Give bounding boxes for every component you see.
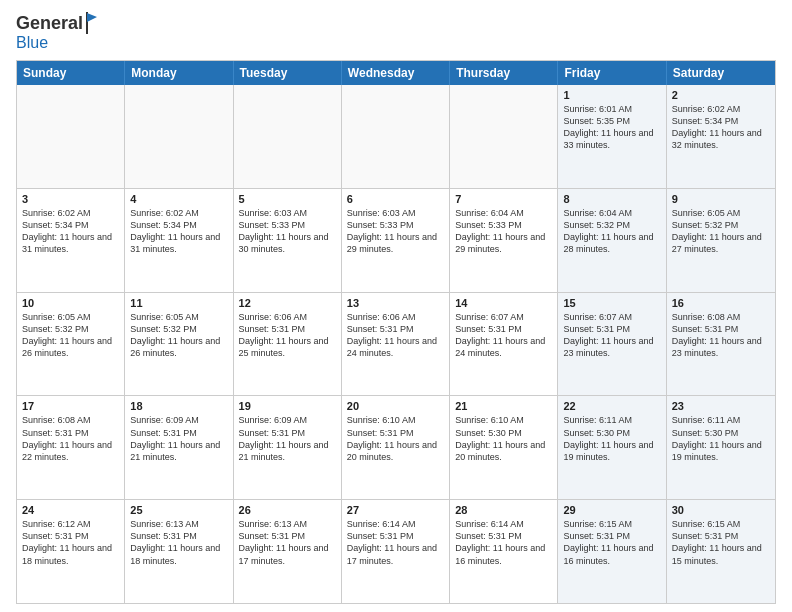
day-info: Sunrise: 6:07 AM Sunset: 5:31 PM Dayligh…	[563, 311, 660, 360]
day-info: Sunrise: 6:12 AM Sunset: 5:31 PM Dayligh…	[22, 518, 119, 567]
empty-cell-0-0	[17, 85, 125, 188]
day-info: Sunrise: 6:11 AM Sunset: 5:30 PM Dayligh…	[563, 414, 660, 463]
day-cell-3: 3Sunrise: 6:02 AM Sunset: 5:34 PM Daylig…	[17, 189, 125, 292]
day-cell-28: 28Sunrise: 6:14 AM Sunset: 5:31 PM Dayli…	[450, 500, 558, 603]
day-number: 10	[22, 297, 119, 309]
day-cell-2: 2Sunrise: 6:02 AM Sunset: 5:34 PM Daylig…	[667, 85, 775, 188]
day-cell-29: 29Sunrise: 6:15 AM Sunset: 5:31 PM Dayli…	[558, 500, 666, 603]
day-info: Sunrise: 6:06 AM Sunset: 5:31 PM Dayligh…	[347, 311, 444, 360]
day-cell-23: 23Sunrise: 6:11 AM Sunset: 5:30 PM Dayli…	[667, 396, 775, 499]
day-info: Sunrise: 6:06 AM Sunset: 5:31 PM Dayligh…	[239, 311, 336, 360]
logo-general: General	[16, 14, 83, 32]
header-day-monday: Monday	[125, 61, 233, 85]
calendar-page: General Blue SundayMondayTuesdayWednesda…	[0, 0, 792, 612]
day-cell-18: 18Sunrise: 6:09 AM Sunset: 5:31 PM Dayli…	[125, 396, 233, 499]
day-cell-7: 7Sunrise: 6:04 AM Sunset: 5:33 PM Daylig…	[450, 189, 558, 292]
calendar-row-4: 17Sunrise: 6:08 AM Sunset: 5:31 PM Dayli…	[17, 395, 775, 499]
day-info: Sunrise: 6:04 AM Sunset: 5:32 PM Dayligh…	[563, 207, 660, 256]
day-number: 3	[22, 193, 119, 205]
day-cell-1: 1Sunrise: 6:01 AM Sunset: 5:35 PM Daylig…	[558, 85, 666, 188]
day-cell-10: 10Sunrise: 6:05 AM Sunset: 5:32 PM Dayli…	[17, 293, 125, 396]
day-number: 9	[672, 193, 770, 205]
day-cell-16: 16Sunrise: 6:08 AM Sunset: 5:31 PM Dayli…	[667, 293, 775, 396]
day-info: Sunrise: 6:09 AM Sunset: 5:31 PM Dayligh…	[130, 414, 227, 463]
day-number: 21	[455, 400, 552, 412]
day-number: 1	[563, 89, 660, 101]
empty-cell-0-2	[234, 85, 342, 188]
day-cell-26: 26Sunrise: 6:13 AM Sunset: 5:31 PM Dayli…	[234, 500, 342, 603]
page-header: General Blue	[16, 12, 776, 52]
day-number: 8	[563, 193, 660, 205]
day-cell-20: 20Sunrise: 6:10 AM Sunset: 5:31 PM Dayli…	[342, 396, 450, 499]
day-cell-9: 9Sunrise: 6:05 AM Sunset: 5:32 PM Daylig…	[667, 189, 775, 292]
day-info: Sunrise: 6:05 AM Sunset: 5:32 PM Dayligh…	[22, 311, 119, 360]
logo: General Blue	[16, 12, 99, 52]
empty-cell-0-3	[342, 85, 450, 188]
day-number: 16	[672, 297, 770, 309]
day-info: Sunrise: 6:02 AM Sunset: 5:34 PM Dayligh…	[22, 207, 119, 256]
day-info: Sunrise: 6:14 AM Sunset: 5:31 PM Dayligh…	[455, 518, 552, 567]
day-info: Sunrise: 6:04 AM Sunset: 5:33 PM Dayligh…	[455, 207, 552, 256]
day-number: 20	[347, 400, 444, 412]
day-info: Sunrise: 6:08 AM Sunset: 5:31 PM Dayligh…	[672, 311, 770, 360]
day-info: Sunrise: 6:02 AM Sunset: 5:34 PM Dayligh…	[130, 207, 227, 256]
day-cell-5: 5Sunrise: 6:03 AM Sunset: 5:33 PM Daylig…	[234, 189, 342, 292]
day-number: 26	[239, 504, 336, 516]
header-day-saturday: Saturday	[667, 61, 775, 85]
day-number: 6	[347, 193, 444, 205]
logo-flag-icon	[85, 12, 99, 34]
day-number: 29	[563, 504, 660, 516]
day-number: 5	[239, 193, 336, 205]
day-info: Sunrise: 6:15 AM Sunset: 5:31 PM Dayligh…	[672, 518, 770, 567]
day-info: Sunrise: 6:14 AM Sunset: 5:31 PM Dayligh…	[347, 518, 444, 567]
header-day-tuesday: Tuesday	[234, 61, 342, 85]
day-number: 22	[563, 400, 660, 412]
day-info: Sunrise: 6:08 AM Sunset: 5:31 PM Dayligh…	[22, 414, 119, 463]
day-number: 13	[347, 297, 444, 309]
calendar-row-2: 3Sunrise: 6:02 AM Sunset: 5:34 PM Daylig…	[17, 188, 775, 292]
day-info: Sunrise: 6:03 AM Sunset: 5:33 PM Dayligh…	[239, 207, 336, 256]
calendar-body: 1Sunrise: 6:01 AM Sunset: 5:35 PM Daylig…	[17, 85, 775, 603]
day-cell-6: 6Sunrise: 6:03 AM Sunset: 5:33 PM Daylig…	[342, 189, 450, 292]
header-day-wednesday: Wednesday	[342, 61, 450, 85]
day-info: Sunrise: 6:10 AM Sunset: 5:31 PM Dayligh…	[347, 414, 444, 463]
day-number: 27	[347, 504, 444, 516]
day-info: Sunrise: 6:05 AM Sunset: 5:32 PM Dayligh…	[672, 207, 770, 256]
day-cell-8: 8Sunrise: 6:04 AM Sunset: 5:32 PM Daylig…	[558, 189, 666, 292]
day-cell-12: 12Sunrise: 6:06 AM Sunset: 5:31 PM Dayli…	[234, 293, 342, 396]
day-number: 12	[239, 297, 336, 309]
day-cell-21: 21Sunrise: 6:10 AM Sunset: 5:30 PM Dayli…	[450, 396, 558, 499]
empty-cell-0-1	[125, 85, 233, 188]
day-number: 4	[130, 193, 227, 205]
day-cell-14: 14Sunrise: 6:07 AM Sunset: 5:31 PM Dayli…	[450, 293, 558, 396]
calendar-row-5: 24Sunrise: 6:12 AM Sunset: 5:31 PM Dayli…	[17, 499, 775, 603]
day-number: 18	[130, 400, 227, 412]
day-number: 14	[455, 297, 552, 309]
day-number: 17	[22, 400, 119, 412]
logo-blue: Blue	[16, 34, 48, 52]
day-info: Sunrise: 6:07 AM Sunset: 5:31 PM Dayligh…	[455, 311, 552, 360]
empty-cell-0-4	[450, 85, 558, 188]
day-cell-4: 4Sunrise: 6:02 AM Sunset: 5:34 PM Daylig…	[125, 189, 233, 292]
day-number: 7	[455, 193, 552, 205]
day-info: Sunrise: 6:13 AM Sunset: 5:31 PM Dayligh…	[239, 518, 336, 567]
day-number: 23	[672, 400, 770, 412]
day-number: 2	[672, 89, 770, 101]
header-day-friday: Friday	[558, 61, 666, 85]
day-info: Sunrise: 6:09 AM Sunset: 5:31 PM Dayligh…	[239, 414, 336, 463]
calendar-header: SundayMondayTuesdayWednesdayThursdayFrid…	[17, 61, 775, 85]
day-number: 11	[130, 297, 227, 309]
day-info: Sunrise: 6:05 AM Sunset: 5:32 PM Dayligh…	[130, 311, 227, 360]
day-cell-13: 13Sunrise: 6:06 AM Sunset: 5:31 PM Dayli…	[342, 293, 450, 396]
day-info: Sunrise: 6:01 AM Sunset: 5:35 PM Dayligh…	[563, 103, 660, 152]
day-cell-17: 17Sunrise: 6:08 AM Sunset: 5:31 PM Dayli…	[17, 396, 125, 499]
day-cell-24: 24Sunrise: 6:12 AM Sunset: 5:31 PM Dayli…	[17, 500, 125, 603]
calendar-row-1: 1Sunrise: 6:01 AM Sunset: 5:35 PM Daylig…	[17, 85, 775, 188]
calendar: SundayMondayTuesdayWednesdayThursdayFrid…	[16, 60, 776, 604]
day-cell-11: 11Sunrise: 6:05 AM Sunset: 5:32 PM Dayli…	[125, 293, 233, 396]
day-info: Sunrise: 6:10 AM Sunset: 5:30 PM Dayligh…	[455, 414, 552, 463]
day-number: 15	[563, 297, 660, 309]
day-cell-22: 22Sunrise: 6:11 AM Sunset: 5:30 PM Dayli…	[558, 396, 666, 499]
day-cell-25: 25Sunrise: 6:13 AM Sunset: 5:31 PM Dayli…	[125, 500, 233, 603]
day-info: Sunrise: 6:11 AM Sunset: 5:30 PM Dayligh…	[672, 414, 770, 463]
